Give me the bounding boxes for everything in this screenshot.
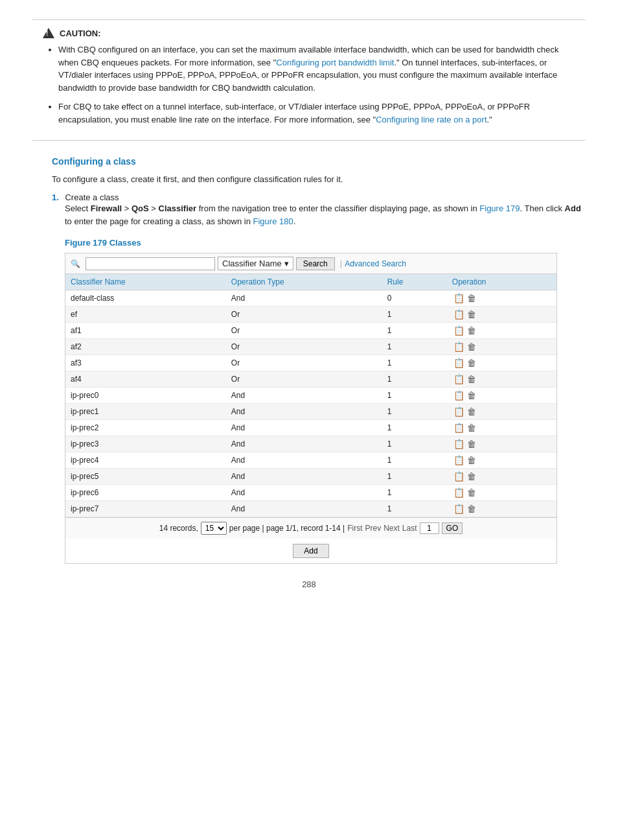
advanced-search-link[interactable]: Advanced Search [345,259,406,268]
edit-icon[interactable]: 📋 [453,455,464,465]
cell-classifier-name: ip-prec7 [65,501,226,517]
cell-classifier-name: ip-prec2 [65,420,226,436]
delete-icon[interactable]: 🗑 [467,504,476,514]
cell-classifier-name: ef [65,307,226,323]
edit-icon[interactable]: 📋 [453,439,464,449]
per-page-select[interactable]: 15 25 50 [201,522,227,535]
delete-icon[interactable]: 🗑 [467,439,476,449]
cell-classifier-name: ip-prec3 [65,436,226,452]
classifier-name-dropdown[interactable]: Classifier Name ▾ [218,257,293,270]
cell-classifier-name: af2 [65,339,226,355]
caution-item-1: With CBQ configured on an interface, you… [58,43,575,94]
cell-classifier-name: default-class [65,290,226,307]
delete-icon[interactable]: 🗑 [467,293,476,303]
col-operation-type: Operation Type [226,274,382,290]
cell-operation-actions: 📋🗑 [447,323,556,339]
edit-icon[interactable]: 📋 [453,309,464,320]
step-1-description: Select Firewall > QoS > Classifier from … [65,202,586,229]
caution-label: CAUTION: [60,29,101,38]
delete-icon[interactable]: 🗑 [467,374,476,384]
edit-icon[interactable]: 📋 [453,358,464,368]
go-button[interactable]: GO [442,522,463,534]
edit-icon[interactable]: 📋 [453,504,464,514]
delete-icon[interactable]: 🗑 [467,471,476,482]
delete-icon[interactable]: 🗑 [467,309,476,320]
edit-icon[interactable]: 📋 [453,293,464,303]
cell-operation-type: And [226,420,382,436]
cell-operation-type: And [226,469,382,485]
edit-icon[interactable]: 📋 [453,342,464,352]
cell-rule: 1 [382,501,447,517]
dropdown-label: Classifier Name [222,259,282,268]
delete-icon[interactable]: 🗑 [467,342,476,352]
delete-icon[interactable]: 🗑 [467,390,476,401]
cell-operation-type: Or [226,339,382,355]
cell-classifier-name: ip-prec0 [65,388,226,404]
cell-operation-type: Or [226,323,382,339]
delete-icon[interactable]: 🗑 [467,406,476,417]
table-row: af2Or1📋🗑 [65,339,556,355]
last-link[interactable]: Last [402,524,417,533]
first-link[interactable]: First [347,524,362,533]
prev-link[interactable]: Prev [365,524,381,533]
cell-rule: 1 [382,355,447,371]
cell-operation-type: And [226,452,382,469]
cell-operation-actions: 📋🗑 [447,355,556,371]
table-row: ip-prec5And1📋🗑 [65,469,556,485]
table-row: ip-prec3And1📋🗑 [65,436,556,452]
cell-operation-type: And [226,485,382,501]
search-button[interactable]: Search [296,257,335,270]
pagination-bar: 14 records, 15 25 50 per page | page 1/1… [65,517,556,539]
link-figure-179[interactable]: Figure 179 [479,204,520,213]
table-row: ip-prec4And1📋🗑 [65,452,556,469]
cell-rule: 1 [382,323,447,339]
cell-operation-type: And [226,501,382,517]
edit-icon[interactable]: 📋 [453,406,464,417]
search-field[interactable] [86,257,215,270]
add-button[interactable]: Add [293,544,328,558]
search-bar: 🔍 Classifier Name ▾ Search | Advanced Se… [65,253,556,274]
cell-rule: 1 [382,307,447,323]
table-row: af4Or1📋🗑 [65,371,556,388]
cell-classifier-name: af1 [65,323,226,339]
search-input[interactable] [90,259,194,268]
page-number: 288 [32,579,586,589]
caution-list: With CBQ configured on an interface, you… [43,43,575,126]
edit-icon[interactable]: 📋 [453,487,464,498]
delete-icon[interactable]: 🗑 [467,325,476,336]
table-row: ip-prec6And1📋🗑 [65,485,556,501]
link-port-bandwidth[interactable]: Configuring port bandwidth limit [276,58,394,67]
section-intro: To configure a class, create it first, a… [52,173,586,186]
table-row: efOr1📋🗑 [65,307,556,323]
add-button-container: Add [65,539,556,563]
cell-classifier-name: af3 [65,355,226,371]
delete-icon[interactable]: 🗑 [467,358,476,368]
cell-rule: 1 [382,452,447,469]
link-figure-180[interactable]: Figure 180 [253,216,293,226]
step-number: 1. [52,192,59,202]
edit-icon[interactable]: 📋 [453,390,464,401]
caution-title: CAUTION: [43,28,575,38]
page-input[interactable] [420,522,439,534]
edit-icon[interactable]: 📋 [453,374,464,384]
cell-operation-type: Or [226,307,382,323]
edit-icon[interactable]: 📋 [453,471,464,482]
edit-icon[interactable]: 📋 [453,423,464,433]
step-1-text: Create a class [65,192,119,202]
cell-classifier-name: ip-prec4 [65,452,226,469]
separator: | [340,259,342,268]
delete-icon[interactable]: 🗑 [467,423,476,433]
link-line-rate[interactable]: Configuring line rate on a port [376,115,486,124]
records-label: 14 records, [159,524,198,533]
delete-icon[interactable]: 🗑 [467,455,476,465]
edit-icon[interactable]: 📋 [453,325,464,336]
next-link[interactable]: Next [383,524,400,533]
cell-operation-actions: 📋🗑 [447,452,556,469]
delete-icon[interactable]: 🗑 [467,487,476,498]
cell-rule: 1 [382,420,447,436]
cell-rule: 1 [382,339,447,355]
cell-operation-actions: 📋🗑 [447,485,556,501]
cell-classifier-name: ip-prec1 [65,404,226,420]
table-row: af3Or1📋🗑 [65,355,556,371]
cell-classifier-name: ip-prec6 [65,485,226,501]
